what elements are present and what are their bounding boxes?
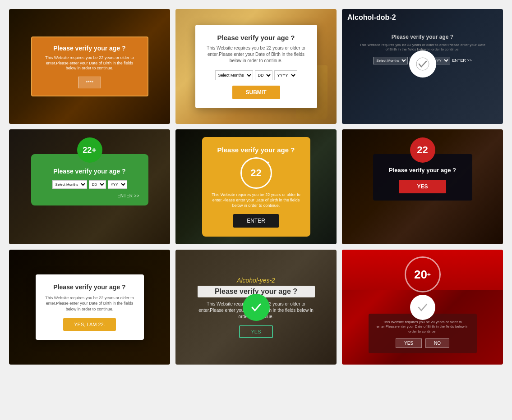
card-2-dob-row: Select Months JanuaryFebruaryMarch DD011… [204, 70, 308, 80]
card-7-overlay: Please verify your age ? This Website re… [9, 250, 170, 365]
card-4-year-select[interactable]: YYY [108, 180, 127, 189]
card-5-plus-icon: + [266, 160, 269, 166]
card-4-day-select[interactable]: DD [89, 180, 106, 189]
card-9: 20+ This Website requires you be 20 year… [342, 250, 503, 365]
card-5-enter-button[interactable]: ENTER [233, 214, 279, 228]
card-8-check-svg [250, 301, 263, 314]
card-6-yes-button[interactable]: YES [399, 180, 446, 193]
card-9-yes-no-row: YES NO [376, 338, 470, 348]
main-grid: Please verify your age ? This Website re… [9, 9, 503, 365]
card-3-month-select[interactable]: Select Months [373, 57, 408, 64]
card-5-body: This Website requires you be 22 years or… [211, 192, 301, 208]
card-5-title: Please verify your age ? [211, 146, 301, 154]
card-5-circle-text: 22 [250, 167, 261, 179]
card-3-title: Please verify your age ? [360, 34, 486, 40]
card-3-checkmark-area [409, 50, 436, 78]
card-2-submit-button[interactable]: SUBMIT [232, 86, 280, 99]
card-2-year-select[interactable]: YYYY200019901980 [274, 70, 297, 80]
card-1-dob-input[interactable]: **** [78, 77, 101, 88]
card-3-check-svg [415, 57, 430, 71]
card-9-circle-text: 20 [414, 268, 427, 282]
card-1-overlay: Please verify your age ? This Website re… [9, 9, 170, 124]
card-2-modal: Please verify your age ? This Website re… [195, 25, 317, 108]
card-2-title: Please verify your age ? [204, 34, 308, 41]
card-2-body: This Website requires you be 22 years or… [204, 45, 308, 64]
card-8-label: Alcohol-yes-2 [198, 277, 315, 284]
card-3-enter-button[interactable]: ENTER >> [452, 57, 472, 64]
card-2-day-select[interactable]: DD011531 [255, 70, 272, 80]
card-3-label: Alcohol-dob-2 [347, 14, 396, 22]
card-5: Please verify your age ? 22+ This Websit… [175, 129, 337, 244]
card-4-badge: 22+ [77, 137, 102, 163]
card-7-title: Please verify your age ? [45, 283, 135, 291]
card-7: Please verify your age ? This Website re… [9, 250, 170, 365]
card-8: Alcohol-yes-2 Please verify your age ? T… [175, 250, 337, 365]
card-4-month-select[interactable]: Select Months [52, 180, 87, 189]
card-2-month-select[interactable]: Select Months JanuaryFebruaryMarch [215, 70, 253, 80]
card-9-checkmark-circle [410, 295, 435, 320]
card-7-modal: Please verify your age ? This Website re… [36, 274, 144, 340]
card-6-title: Please verify your age ? [382, 167, 463, 173]
card-1-modal: Please verify your age ? This Website re… [31, 37, 148, 96]
card-3-checkmark-icon [409, 50, 436, 78]
card-5-overlay: Please verify your age ? 22+ This Websit… [175, 129, 337, 244]
card-8-checkmark-icon [243, 294, 270, 321]
card-2-overlay: Please verify your age ? This Website re… [175, 9, 337, 124]
card-6: 22 Please verify your age ? YES [342, 129, 503, 244]
card-2: Please verify your age ? This Website re… [175, 9, 337, 124]
card-5-circle: 22+ [240, 157, 272, 189]
card-9-body: This Website requires you be 20 years or… [376, 320, 470, 334]
card-4-title: Please verify your age ? [40, 168, 139, 175]
card-1-title: Please verify your age ? [41, 45, 138, 52]
card-4-enter-button[interactable]: ENTER >> [117, 193, 139, 198]
card-8-yes-button[interactable]: YES [239, 325, 272, 338]
card-9-yes-button[interactable]: YES [396, 338, 422, 348]
card-9-no-button[interactable]: NO [425, 338, 449, 348]
card-5-modal: Please verify your age ? 22+ This Websit… [202, 137, 310, 236]
card-1: Please verify your age ? This Website re… [9, 9, 170, 124]
card-9-plus-icon: + [427, 271, 431, 278]
card-6-badge: 22 [410, 137, 435, 163]
card-4: 22+ Please verify your age ? Select Mont… [9, 129, 170, 244]
card-7-yes-button[interactable]: YES, I AM 22. [63, 318, 115, 331]
card-7-body: This Website requires you be 22 years or… [45, 295, 135, 312]
card-4-dob-row: Select Months DD YYY [40, 180, 139, 189]
svg-point-0 [416, 58, 429, 70]
card-3: Alcohol-dob-2 Please verify your age ? T… [342, 9, 503, 124]
card-9-circle: 20+ [405, 256, 441, 292]
card-9-check-svg [416, 301, 429, 314]
card-1-body: This Website requires you be 22 years or… [41, 55, 138, 71]
